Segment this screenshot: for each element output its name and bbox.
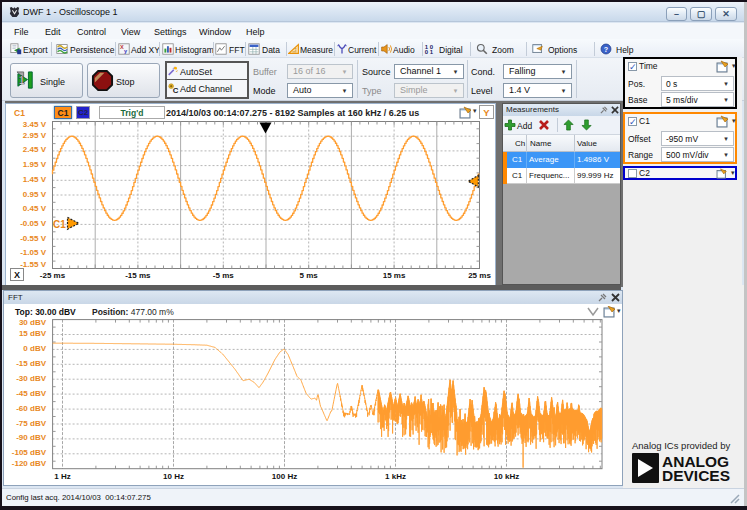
svg-text:DEVICES: DEVICES [662, 467, 730, 483]
svg-text:?: ? [604, 45, 608, 54]
svg-text:1: 1 [19, 74, 25, 86]
svg-text:C1: C1 [53, 219, 66, 230]
svg-text:C: C [173, 86, 179, 94]
svg-text:0 1: 0 1 [425, 49, 434, 55]
